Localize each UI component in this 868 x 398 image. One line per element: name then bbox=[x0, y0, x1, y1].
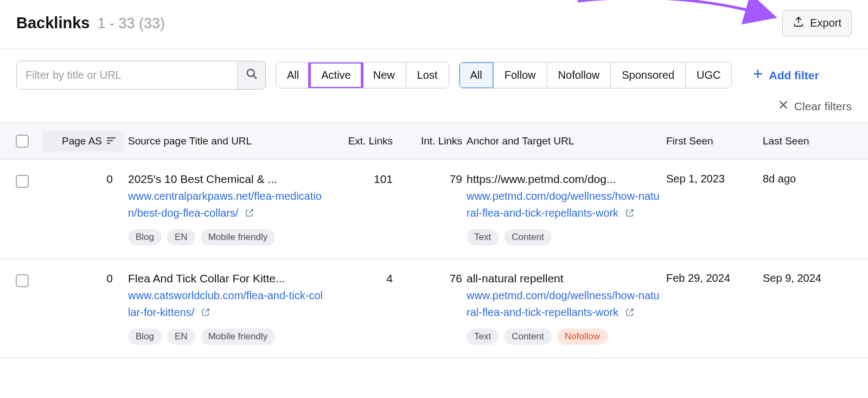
plus-icon bbox=[752, 68, 763, 82]
tag: Content bbox=[504, 328, 552, 345]
col-page-as-label: Page AS bbox=[62, 135, 102, 147]
col-ext-links[interactable]: Ext. Links bbox=[328, 135, 393, 147]
type-filter-ugc[interactable]: UGC bbox=[685, 62, 731, 88]
target-url-link[interactable]: www.petmd.com/dog/wellness/how-natural-f… bbox=[467, 190, 660, 219]
source-url-link[interactable]: www.centralparkpaws.net/flea-medication/… bbox=[128, 190, 322, 219]
filters-row: All Active New Lost All Follow Nofollow … bbox=[0, 49, 868, 96]
page-count: 1 - 33 (33) bbox=[97, 15, 165, 32]
close-icon bbox=[778, 99, 789, 113]
col-last-seen[interactable]: Last Seen bbox=[763, 135, 855, 147]
header-left: Backlinks 1 - 33 (33) bbox=[16, 14, 165, 32]
tag: EN bbox=[167, 328, 195, 345]
type-filter-sponsored[interactable]: Sponsored bbox=[610, 62, 685, 88]
export-button[interactable]: Export bbox=[782, 10, 852, 36]
external-link-icon bbox=[201, 306, 210, 318]
source-tags: BlogENMobile friendly bbox=[128, 229, 323, 245]
cell-first-seen: Feb 29, 2024 bbox=[666, 272, 758, 285]
row-checkbox[interactable] bbox=[16, 274, 29, 287]
select-all-checkbox[interactable] bbox=[16, 135, 29, 148]
add-filter-label: Add filter bbox=[769, 69, 819, 82]
sort-icon bbox=[106, 135, 116, 147]
page-title: Backlinks bbox=[16, 14, 90, 32]
row-checkbox[interactable] bbox=[16, 175, 29, 188]
status-filter-group: All Active New Lost bbox=[276, 62, 449, 89]
tag: Mobile friendly bbox=[201, 229, 276, 245]
tag: Blog bbox=[128, 229, 162, 245]
type-filter-group: All Follow Nofollow Sponsored UGC bbox=[459, 62, 732, 89]
export-label: Export bbox=[810, 17, 841, 29]
type-filter-nofollow[interactable]: Nofollow bbox=[547, 62, 611, 88]
source-tags: BlogENMobile friendly bbox=[128, 328, 323, 345]
backlinks-table: Page AS Source page Title and URL Ext. L… bbox=[0, 123, 868, 358]
search-button[interactable] bbox=[237, 61, 265, 89]
external-link-icon bbox=[245, 207, 254, 219]
status-filter-new[interactable]: New bbox=[362, 62, 406, 88]
cell-int-links: 79 bbox=[397, 173, 462, 186]
cell-ext-links: 101 bbox=[328, 173, 393, 186]
status-filter-active[interactable]: Active bbox=[310, 62, 361, 88]
col-anchor[interactable]: Anchor and Target URL bbox=[467, 135, 662, 147]
page-header: Backlinks 1 - 33 (33) Export bbox=[0, 0, 868, 49]
cell-last-seen: 8d ago bbox=[763, 173, 855, 185]
col-first-seen[interactable]: First Seen bbox=[666, 135, 758, 147]
status-filter-lost[interactable]: Lost bbox=[406, 62, 449, 88]
tag: Mobile friendly bbox=[201, 328, 276, 345]
tag: Text bbox=[467, 328, 499, 345]
cell-source: 2025's 10 Best Chemical & ... www.centra… bbox=[128, 173, 323, 245]
tag: EN bbox=[167, 229, 195, 245]
tag: Content bbox=[504, 229, 552, 245]
target-url-link[interactable]: www.petmd.com/dog/wellness/how-natural-f… bbox=[467, 289, 660, 318]
clear-filters-button[interactable]: Clear filters bbox=[778, 99, 852, 113]
tag-nofollow: Nofollow bbox=[557, 328, 608, 345]
cell-anchor: all-natural repellent www.petmd.com/dog/… bbox=[467, 272, 662, 345]
table-row: 0 Flea And Tick Collar For Kitte... www.… bbox=[0, 259, 868, 358]
source-title: Flea And Tick Collar For Kitte... bbox=[128, 272, 323, 285]
add-filter-button[interactable]: Add filter bbox=[752, 68, 819, 82]
tag: Blog bbox=[128, 328, 162, 345]
tag: Text bbox=[467, 229, 499, 245]
search-icon bbox=[246, 68, 258, 83]
search-wrap bbox=[16, 61, 266, 90]
status-filter-all[interactable]: All bbox=[276, 62, 310, 88]
search-input[interactable] bbox=[17, 61, 237, 89]
cell-int-links: 76 bbox=[397, 272, 462, 285]
annotation-arrow bbox=[572, 0, 778, 28]
anchor-text: https://www.petmd.com/dog... bbox=[467, 173, 662, 186]
col-source[interactable]: Source page Title and URL bbox=[128, 135, 323, 147]
cell-ext-links: 4 bbox=[328, 272, 393, 285]
source-url-link[interactable]: www.catsworldclub.com/flea-and-tick-coll… bbox=[128, 289, 323, 318]
cell-page-as: 0 bbox=[42, 173, 124, 186]
anchor-text: all-natural repellent bbox=[467, 272, 662, 285]
anchor-tags: TextContentNofollow bbox=[467, 328, 662, 345]
type-filter-follow[interactable]: Follow bbox=[493, 62, 547, 88]
table-header: Page AS Source page Title and URL Ext. L… bbox=[0, 123, 868, 160]
cell-anchor: https://www.petmd.com/dog... www.petmd.c… bbox=[467, 173, 662, 245]
export-icon bbox=[793, 16, 805, 30]
cell-first-seen: Sep 1, 2023 bbox=[666, 173, 758, 185]
clear-filters-label: Clear filters bbox=[794, 100, 852, 113]
col-page-as[interactable]: Page AS bbox=[42, 131, 124, 151]
external-link-icon bbox=[625, 207, 635, 219]
cell-source: Flea And Tick Collar For Kitte... www.ca… bbox=[128, 272, 323, 345]
anchor-tags: TextContent bbox=[467, 229, 662, 245]
source-title: 2025's 10 Best Chemical & ... bbox=[128, 173, 323, 186]
table-row: 0 2025's 10 Best Chemical & ... www.cent… bbox=[0, 160, 868, 259]
type-filter-all[interactable]: All bbox=[459, 62, 493, 88]
cell-page-as: 0 bbox=[42, 272, 124, 285]
svg-line-1 bbox=[253, 75, 256, 78]
external-link-icon bbox=[625, 306, 635, 318]
clear-filters-row: Clear filters bbox=[0, 96, 868, 123]
col-int-links[interactable]: Int. Links bbox=[397, 135, 462, 147]
cell-last-seen: Sep 9, 2024 bbox=[763, 272, 855, 285]
